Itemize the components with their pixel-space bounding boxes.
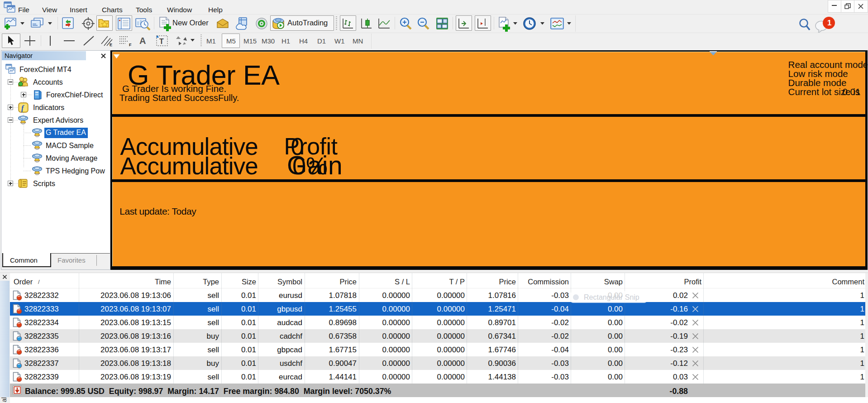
svg-text:F: F <box>129 43 132 47</box>
svg-text:T: T <box>159 38 164 45</box>
svg-text:E: E <box>110 43 112 47</box>
